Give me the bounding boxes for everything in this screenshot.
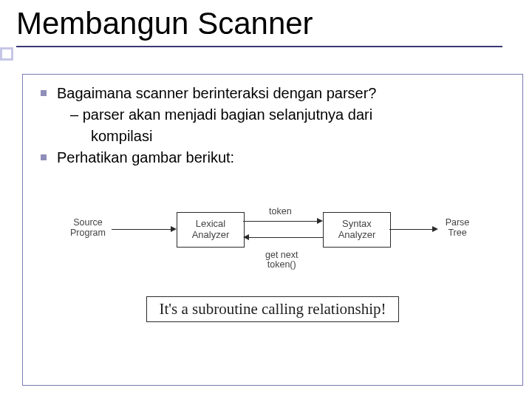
diagram-label-parse-tree: Parse Tree: [439, 218, 476, 239]
diagram: Source Program Parse Tree Lexical Analyz…: [66, 187, 480, 283]
bullet-1-sub-text-b: kompilasi: [91, 128, 152, 144]
diagram-box-lexical: Lexical Analyzer: [177, 212, 245, 248]
bullet-item-1: Bagaimana scanner berinteraksi dengan pa…: [41, 83, 505, 103]
bullet-1-sub-text: – parser akan menjadi bagian selanjutnya…: [70, 106, 372, 123]
slide: Membangun Scanner Bagaimana scanner beri…: [0, 0, 532, 399]
body-frame: Bagaimana scanner berinteraksi dengan pa…: [22, 74, 523, 386]
slide-title: Membangun Scanner: [16, 6, 519, 41]
arrow-line: [243, 221, 317, 222]
arrow-head-icon: [432, 226, 438, 232]
bullet-1-sub-line2: kompilasi: [70, 126, 505, 146]
bullet-icon: [41, 154, 47, 160]
arrow-line: [389, 229, 432, 230]
arrow-head-icon: [317, 218, 323, 224]
arrow-head-icon: [171, 226, 177, 232]
bullet-1-sub-line1: – parser akan menjadi bagian selanjutnya…: [70, 105, 505, 125]
bullet-item-2: Perhatikan gambar berikut:: [41, 148, 505, 168]
bullet-2-text: Perhatikan gambar berikut:: [57, 148, 505, 168]
diagram-label-getnext: get next token(): [265, 250, 298, 270]
diagram-box-syntax: Syntax Analyzer: [323, 212, 391, 248]
bullet-icon: [41, 90, 47, 96]
diagram-label-token: token: [269, 206, 292, 216]
diagram-label-source: Source Program: [66, 218, 110, 239]
title-area: Membangun Scanner: [16, 6, 519, 47]
bullet-1-text: Bagaimana scanner berinteraksi dengan pa…: [57, 83, 505, 103]
arrow-head-icon: [243, 234, 249, 240]
arrow-line: [249, 237, 323, 238]
title-underline: [16, 46, 502, 47]
arrow-line: [112, 229, 171, 230]
diagram-caption: It's a subroutine calling relationship!: [146, 296, 398, 322]
accent-square: [0, 47, 13, 61]
